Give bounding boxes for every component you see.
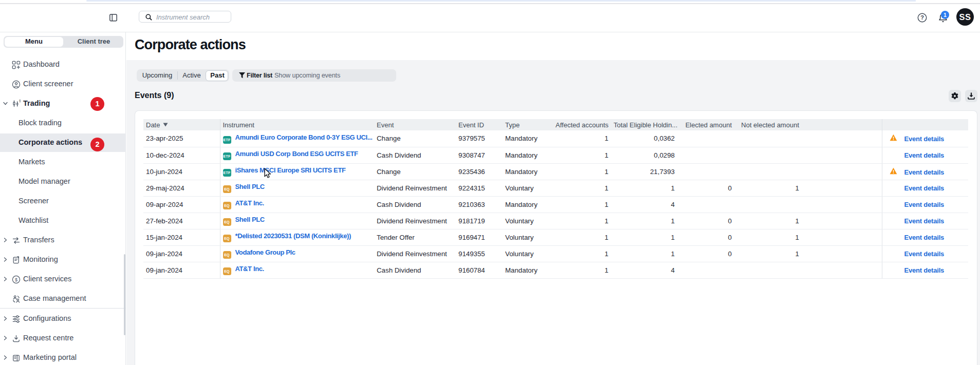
svg-text:$: $: [15, 277, 17, 282]
svg-text:?: ?: [920, 14, 924, 21]
svg-text:$: $: [19, 100, 21, 103]
